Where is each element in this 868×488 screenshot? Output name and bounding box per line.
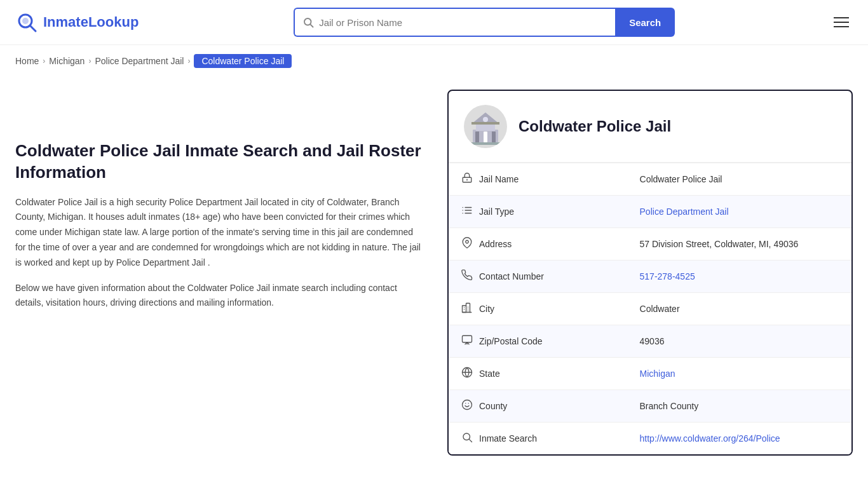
breadcrumb-current: Coldwater Police Jail — [194, 54, 292, 68]
main-content: Coldwater Police Jail Inmate Search and … — [0, 77, 868, 468]
table-row: CountyBranch County — [449, 390, 851, 423]
info-value-link[interactable]: Police Department Jail — [640, 207, 729, 217]
page-description-1: Coldwater Police Jail is a high security… — [15, 195, 422, 271]
label-text: Zip/Postal Code — [479, 336, 543, 346]
svg-point-10 — [483, 117, 488, 122]
logo[interactable]: InmateLookup — [15, 11, 139, 34]
right-column: Coldwater Police Jail Jail NameColdwater… — [447, 90, 853, 456]
page-title: Coldwater Police Jail Inmate Search and … — [15, 140, 422, 184]
table-row: Inmate Searchhttp://www.coldwater.org/26… — [449, 423, 851, 455]
table-row: Jail TypePolice Department Jail — [449, 196, 851, 228]
breadcrumb-michigan[interactable]: Michigan — [49, 56, 85, 66]
breadcrumb-home[interactable]: Home — [15, 56, 39, 66]
city-icon — [461, 302, 473, 316]
svg-rect-5 — [470, 142, 501, 145]
svg-line-4 — [311, 24, 313, 27]
zip-icon — [461, 334, 473, 348]
info-value-link[interactable]: Michigan — [640, 369, 675, 379]
table-row: CityColdwater — [449, 293, 851, 325]
search-input-wrap — [294, 8, 615, 37]
hamburger-menu-button[interactable] — [830, 13, 853, 31]
info-label-cell: Contact Number — [449, 261, 627, 293]
info-value-cell[interactable]: http://www.coldwater.org/264/Police — [627, 423, 851, 455]
hamburger-line-1 — [834, 17, 849, 18]
card-jail-name: Coldwater Police Jail — [519, 118, 671, 135]
breadcrumb-jail-type[interactable]: Police Department Jail — [95, 56, 184, 66]
jail-icon — [461, 172, 473, 186]
label-text: City — [479, 304, 494, 314]
hamburger-line-2 — [834, 22, 849, 23]
label-text: Address — [479, 239, 512, 249]
building-icon — [466, 107, 505, 146]
svg-line-38 — [469, 439, 471, 442]
info-value-cell[interactable]: Michigan — [627, 358, 851, 390]
info-value-cell: 57 Division Street, Coldwater, MI, 49036 — [627, 228, 851, 261]
svg-rect-24 — [463, 306, 466, 313]
info-value-cell: Coldwater — [627, 293, 851, 325]
info-card: Coldwater Police Jail Jail NameColdwater… — [447, 90, 853, 456]
label-text: County — [479, 401, 507, 411]
hamburger-line-3 — [834, 26, 849, 27]
info-value-link[interactable]: http://www.coldwater.org/264/Police — [640, 433, 780, 444]
list-icon — [461, 205, 473, 219]
info-value-cell[interactable]: Police Department Jail — [627, 196, 851, 228]
label-text: Jail Type — [479, 207, 514, 217]
info-value-cell: 49036 — [627, 325, 851, 358]
info-label-cell: Inmate Search — [449, 423, 627, 455]
table-row: Zip/Postal Code49036 — [449, 325, 851, 358]
breadcrumb: Home › Michigan › Police Department Jail… — [0, 45, 868, 77]
svg-point-34 — [463, 400, 472, 410]
svg-line-1 — [30, 25, 36, 31]
page-description-2: Below we have given information about th… — [15, 281, 422, 311]
search-input[interactable] — [319, 17, 607, 28]
table-row: StateMichigan — [449, 358, 851, 390]
info-label-cell: State — [449, 358, 627, 390]
search-bar: Search — [294, 8, 675, 37]
logo-text: InmateLookup — [43, 14, 139, 30]
info-value-cell: Branch County — [627, 390, 851, 423]
info-label-cell: County — [449, 390, 627, 423]
search-button[interactable]: Search — [615, 8, 675, 37]
table-row: Jail NameColdwater Police Jail — [449, 163, 851, 196]
left-column: Coldwater Police Jail Inmate Search and … — [15, 90, 422, 456]
info-label-cell: Jail Type — [449, 196, 627, 228]
info-label-cell: City — [449, 293, 627, 325]
info-value-link[interactable]: 517-278-4525 — [640, 271, 695, 281]
svg-rect-11 — [475, 132, 479, 142]
svg-rect-12 — [484, 132, 487, 142]
label-text: State — [479, 369, 500, 379]
table-row: Address57 Division Street, Coldwater, MI… — [449, 228, 851, 261]
info-value-cell[interactable]: 517-278-4525 — [627, 261, 851, 293]
logo-icon — [15, 11, 38, 34]
table-row: Contact Number517-278-4525 — [449, 261, 851, 293]
info-label-cell: Zip/Postal Code — [449, 325, 627, 358]
label-text: Jail Name — [479, 174, 519, 184]
county-icon — [461, 399, 473, 413]
breadcrumb-chevron-2: › — [88, 57, 91, 65]
svg-point-22 — [466, 240, 469, 243]
svg-rect-13 — [492, 132, 496, 142]
label-text: Inmate Search — [479, 433, 537, 444]
search-icon — [461, 431, 473, 445]
breadcrumb-chevron-3: › — [187, 57, 190, 65]
info-label-cell: Jail Name — [449, 163, 627, 196]
header: InmateLookup Search — [0, 0, 868, 45]
info-card-header: Coldwater Police Jail — [449, 91, 851, 163]
svg-point-2 — [22, 18, 29, 24]
info-label-cell: Address — [449, 228, 627, 261]
location-icon — [461, 237, 473, 251]
svg-rect-30 — [463, 336, 472, 342]
globe-icon — [461, 367, 473, 381]
phone-icon — [461, 269, 473, 283]
search-icon — [302, 17, 314, 28]
info-table: Jail NameColdwater Police JailJail TypeP… — [449, 163, 851, 454]
breadcrumb-chevron-1: › — [43, 57, 45, 65]
jail-avatar — [464, 105, 507, 148]
label-text: Contact Number — [479, 271, 544, 281]
svg-rect-9 — [471, 122, 499, 125]
info-value-cell: Coldwater Police Jail — [627, 163, 851, 196]
